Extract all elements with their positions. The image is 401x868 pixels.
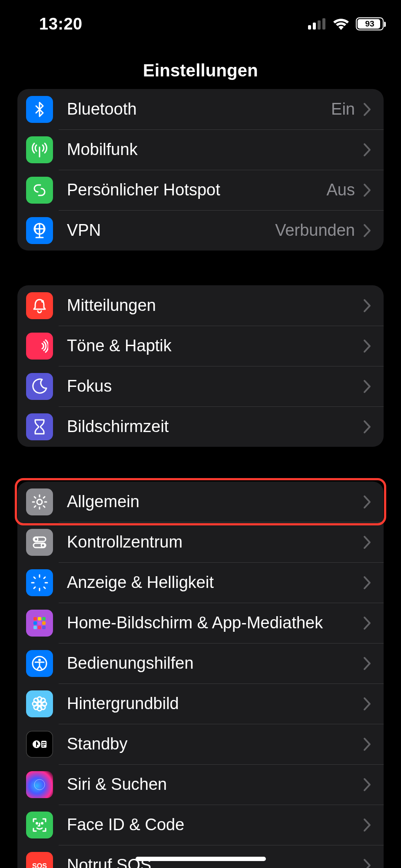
bluetooth-icon [26,96,53,123]
settings-row-wallpaper[interactable]: Hintergrundbild [17,683,384,724]
settings-row-bluetooth[interactable]: BluetoothEin [17,89,384,129]
settings-row-sounds-haptics[interactable]: Töne & Haptik [17,326,384,366]
svg-rect-16 [38,621,41,625]
chevron-right-icon [363,616,371,630]
row-value: Aus [327,181,355,199]
wifi-icon [332,18,350,30]
settings-group: BluetoothEinMobilfunkPersönlicher Hotspo… [17,89,384,251]
settings-row-general[interactable]: Allgemein [17,482,384,522]
settings-group: AllgemeinKontrollzentrumAnzeige & Hellig… [17,482,384,868]
svg-rect-2 [318,20,321,30]
battery-icon: 93 [356,17,384,30]
settings-row-notifications[interactable]: Mitteilungen [17,285,384,326]
settings-row-personal-hotspot[interactable]: Persönlicher HotspotAus [17,170,384,210]
chevron-right-icon [363,495,371,509]
settings-row-cellular[interactable]: Mobilfunk [17,129,384,170]
settings-row-screen-time[interactable]: Bildschirmzeit [17,406,384,447]
status-bar: 13:20 93 [0,0,401,48]
svg-point-31 [41,705,45,710]
status-indicators: 93 [308,17,384,30]
chevron-right-icon [363,575,371,590]
row-label: Anzeige & Helligkeit [67,573,363,592]
cellular-icon [26,136,53,163]
svg-point-11 [36,579,43,586]
settings-group: MitteilungenTöne & HaptikFokusBildschirm… [17,285,384,447]
page-title: Einstellungen [0,61,401,80]
svg-point-10 [41,544,45,547]
chevron-right-icon [363,737,371,752]
settings-row-siri-search[interactable]: Siri & Suchen [17,764,384,805]
vpn-icon [26,217,53,244]
row-label: Home-Bildschirm & App-Mediathek [67,614,363,632]
svg-text:SOS: SOS [32,862,47,868]
sounds-haptics-icon [26,333,53,360]
svg-rect-1 [313,23,316,30]
settings-row-control-center[interactable]: Kontrollzentrum [17,522,384,562]
svg-rect-0 [308,25,311,30]
row-label: Standby [67,735,363,753]
svg-point-6 [37,499,42,505]
chevron-right-icon [363,656,371,671]
wallpaper-icon [26,690,53,717]
general-icon [26,488,53,515]
row-label: Bildschirmzeit [67,417,363,436]
chevron-right-icon [363,818,371,832]
svg-rect-34 [42,742,46,743]
focus-icon [26,373,53,400]
row-label: VPN [67,221,275,240]
svg-rect-36 [42,746,44,746]
svg-rect-18 [33,626,37,629]
chevron-right-icon [363,339,371,353]
svg-point-5 [41,300,44,303]
row-value: Ein [331,100,355,119]
svg-rect-3 [322,18,325,30]
svg-rect-19 [38,626,41,629]
settings-row-focus[interactable]: Fokus [17,366,384,406]
standby-icon [26,731,53,758]
row-label: Persönlicher Hotspot [67,181,327,199]
svg-rect-17 [42,621,46,625]
chevron-right-icon [363,777,371,792]
chevron-right-icon [363,183,371,198]
screen-time-icon [26,413,53,440]
settings-row-faceid-passcode[interactable]: Face ID & Code [17,805,384,845]
row-label: Töne & Haptik [67,337,363,355]
svg-rect-20 [42,626,46,629]
settings-row-accessibility[interactable]: Bedienungshilfen [17,643,384,683]
chevron-right-icon [363,298,371,313]
home-indicator [136,857,266,861]
svg-point-37 [34,779,45,790]
svg-point-28 [34,698,38,703]
row-label: Bluetooth [67,100,331,119]
accessibility-icon [26,650,53,677]
emergency-sos-icon: SOS [26,852,53,868]
chevron-right-icon [363,535,371,550]
svg-rect-14 [42,617,46,620]
svg-point-38 [36,822,38,824]
control-center-icon [26,529,53,556]
settings-row-home-screen[interactable]: Home-Bildschirm & App-Mediathek [17,603,384,643]
row-label: Fokus [67,377,363,396]
notifications-icon [26,292,53,319]
svg-point-23 [38,702,41,706]
chevron-right-icon [363,102,371,117]
row-label: Kontrollzentrum [67,533,363,551]
battery-level: 93 [365,19,374,29]
chevron-right-icon [363,379,371,394]
display-brightness-icon [26,569,53,596]
svg-rect-13 [38,617,41,620]
settings-row-vpn[interactable]: VPNVerbunden [17,210,384,251]
row-label: Hintergrundbild [67,694,363,713]
svg-rect-12 [33,617,37,620]
chevron-right-icon [363,419,371,434]
home-screen-icon [26,610,53,637]
row-label: Mobilfunk [67,140,363,159]
personal-hotspot-icon [26,177,53,204]
settings-row-standby[interactable]: Standby [17,724,384,764]
row-label: Face ID & Code [67,815,363,834]
row-label: Bedienungshilfen [67,654,363,673]
settings-row-display-brightness[interactable]: Anzeige & Helligkeit [17,562,384,603]
siri-search-icon [26,771,53,798]
row-value: Verbunden [275,221,355,240]
svg-point-39 [42,822,43,824]
